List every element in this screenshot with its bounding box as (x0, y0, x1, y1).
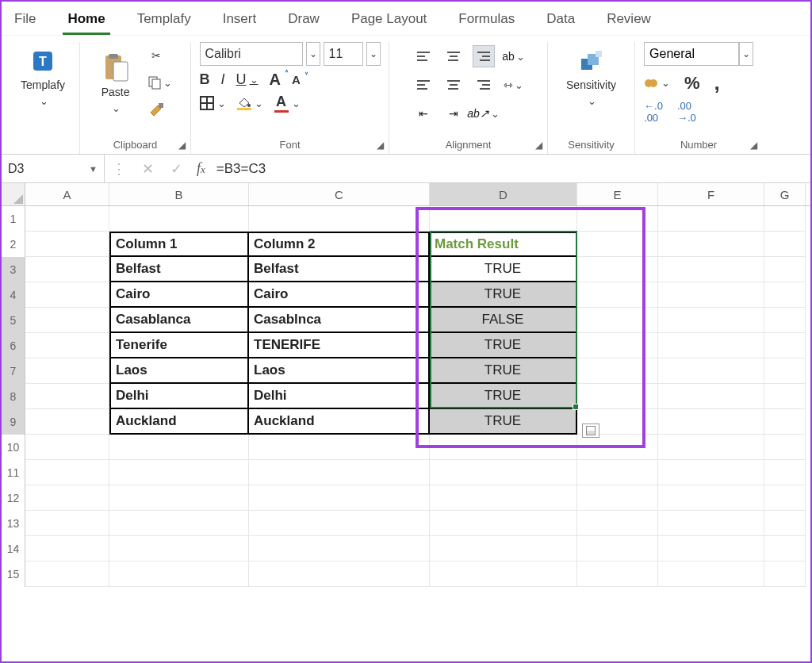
cell-F9[interactable] (658, 409, 764, 435)
cell-G12[interactable] (764, 485, 806, 511)
row-header-6[interactable]: 6 (2, 333, 25, 358)
cell-B13[interactable] (109, 511, 249, 536)
column-header-G[interactable]: G (764, 183, 806, 205)
cell-F14[interactable] (658, 536, 764, 561)
cell-A10[interactable] (25, 435, 109, 460)
cell-D5[interactable]: FALSE (430, 308, 577, 333)
cell-G1[interactable] (764, 206, 806, 232)
merge-button[interactable]: ⇿ (503, 74, 525, 96)
column-header-E[interactable]: E (577, 183, 658, 205)
cell-F3[interactable] (658, 257, 764, 282)
menu-file[interactable]: File (10, 6, 40, 35)
cell-B14[interactable] (109, 536, 249, 561)
copy-button[interactable] (144, 72, 176, 93)
row-header-13[interactable]: 13 (2, 511, 25, 536)
row-header-3[interactable]: 3 (2, 257, 25, 282)
cell-B1[interactable] (109, 206, 249, 232)
cell-G11[interactable] (764, 460, 806, 485)
column-header-D[interactable]: D (430, 183, 577, 205)
wrap-text-button[interactable]: ab (503, 45, 525, 67)
cell-E3[interactable] (577, 257, 658, 282)
clipboard-launcher[interactable]: ◢ (176, 140, 187, 151)
cell-E14[interactable] (577, 536, 658, 561)
cell-B11[interactable] (109, 460, 249, 485)
cell-D2[interactable]: Match Result (430, 232, 577, 257)
menu-data[interactable]: Data (542, 6, 580, 35)
cell-G2[interactable] (764, 232, 806, 257)
number-format-input[interactable] (644, 42, 739, 66)
cell-B15[interactable] (109, 561, 249, 587)
cell-E2[interactable] (577, 232, 658, 257)
cell-G10[interactable] (764, 435, 806, 460)
cell-C12[interactable] (249, 485, 430, 511)
cell-F2[interactable] (658, 232, 764, 257)
cell-G15[interactable] (764, 561, 806, 587)
cell-D15[interactable] (430, 561, 577, 587)
decrease-indent-button[interactable]: ⇤ (412, 102, 435, 125)
paste-button[interactable]: Paste (95, 52, 136, 116)
increase-indent-button[interactable]: ⇥ (442, 102, 465, 125)
align-right-button[interactable] (473, 74, 495, 96)
number-format-dropdown[interactable]: ⌄ (739, 42, 753, 66)
cell-E11[interactable] (577, 460, 658, 485)
cell-E4[interactable] (577, 282, 658, 308)
cell-B6[interactable]: Tenerife (109, 333, 249, 358)
cell-A13[interactable] (25, 511, 109, 536)
bold-button[interactable]: B (200, 71, 210, 88)
row-header-1[interactable]: 1 (2, 206, 25, 232)
cell-F4[interactable] (658, 282, 764, 308)
cell-E5[interactable] (577, 308, 658, 333)
row-header-11[interactable]: 11 (2, 460, 25, 485)
row-header-2[interactable]: 2 (2, 232, 25, 257)
cell-G8[interactable] (764, 384, 806, 409)
cell-A1[interactable] (25, 206, 109, 232)
cell-G13[interactable] (764, 511, 806, 536)
cell-B8[interactable]: Delhi (109, 384, 249, 409)
cell-B7[interactable]: Laos (109, 358, 249, 384)
align-middle-button[interactable] (442, 45, 465, 67)
cell-A15[interactable] (25, 561, 109, 587)
cell-C15[interactable] (249, 561, 430, 587)
cell-A11[interactable] (25, 460, 109, 485)
cell-C5[interactable]: Casablnca (249, 308, 430, 333)
cell-B4[interactable]: Cairo (109, 282, 249, 308)
font-size-input[interactable] (324, 42, 363, 66)
column-header-C[interactable]: C (249, 183, 430, 205)
menu-formulas[interactable]: Formulas (454, 6, 519, 35)
decrease-decimal-button[interactable]: .00→.0 (677, 100, 696, 124)
column-header-F[interactable]: F (658, 183, 764, 205)
row-header-12[interactable]: 12 (2, 485, 25, 511)
menu-templafy[interactable]: Templafy (132, 6, 196, 35)
cell-F13[interactable] (658, 511, 764, 536)
align-bottom-button[interactable] (473, 45, 495, 67)
font-size-dropdown[interactable]: ⌄ (366, 42, 381, 66)
cell-C11[interactable] (249, 460, 430, 485)
cell-E8[interactable] (577, 384, 658, 409)
cell-F6[interactable] (658, 333, 764, 358)
alignment-launcher[interactable]: ◢ (533, 140, 544, 151)
align-center-button[interactable] (442, 74, 465, 96)
cell-C7[interactable]: Laos (249, 358, 430, 384)
format-painter-button[interactable] (144, 99, 168, 120)
grow-font-button[interactable]: A˄ (270, 71, 281, 89)
row-header-4[interactable]: 4 (2, 282, 25, 308)
formula-input[interactable] (212, 161, 810, 177)
cell-D12[interactable] (430, 485, 577, 511)
font-launcher[interactable]: ◢ (374, 140, 385, 151)
cell-D13[interactable] (430, 511, 577, 536)
cell-D6[interactable]: TRUE (430, 333, 577, 358)
fill-color-button[interactable] (237, 97, 263, 110)
menu-review[interactable]: Review (602, 6, 656, 35)
cell-A14[interactable] (25, 536, 109, 561)
cell-E1[interactable] (577, 206, 658, 232)
cell-F1[interactable] (658, 206, 764, 232)
comma-button[interactable]: , (714, 71, 720, 95)
cell-D3[interactable]: TRUE (430, 257, 577, 282)
cancel-formula-button[interactable]: ✕ (133, 160, 162, 178)
underline-button[interactable]: U (236, 71, 259, 88)
templafy-button[interactable]: T Templafy (14, 45, 71, 109)
cell-B12[interactable] (109, 485, 249, 511)
cell-G7[interactable] (764, 358, 806, 384)
borders-button[interactable] (200, 96, 226, 110)
cell-E7[interactable] (577, 358, 658, 384)
